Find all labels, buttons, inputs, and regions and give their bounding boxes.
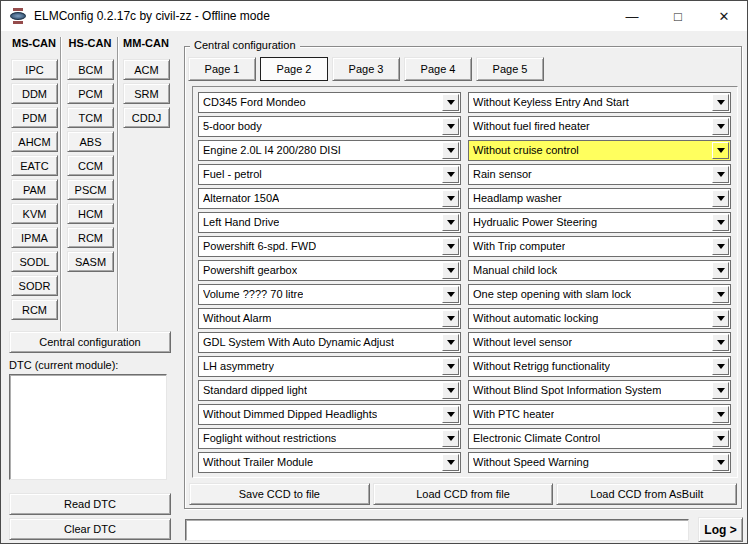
module-button-ahcm[interactable]: AHCM xyxy=(11,131,58,152)
chevron-down-icon[interactable] xyxy=(712,238,729,255)
module-button-srm[interactable]: SRM xyxy=(123,83,170,104)
module-button-cddj[interactable]: CDDJ xyxy=(123,107,170,128)
chevron-down-icon[interactable] xyxy=(442,214,459,231)
chevron-down-icon[interactable] xyxy=(712,406,729,423)
module-button-sodr[interactable]: SODR xyxy=(11,275,58,296)
chevron-down-icon[interactable] xyxy=(712,262,729,279)
module-button-pdm[interactable]: PDM xyxy=(11,107,58,128)
config-dropdown[interactable]: Without Retrigg functionality xyxy=(468,356,731,377)
config-dropdown[interactable]: CD345 Ford Mondeo xyxy=(198,92,461,113)
save-ccd-button[interactable]: Save CCD to file xyxy=(189,483,370,505)
config-dropdown[interactable]: Powershift 6-spd. FWD xyxy=(198,236,461,257)
module-button-tcm[interactable]: TCM xyxy=(67,107,114,128)
tab-page-3[interactable]: Page 3 xyxy=(332,57,400,81)
chevron-down-icon[interactable] xyxy=(712,214,729,231)
chevron-down-icon[interactable] xyxy=(442,286,459,303)
tab-page-2[interactable]: Page 2 xyxy=(260,57,328,81)
module-button-eatc[interactable]: EATC xyxy=(11,155,58,176)
module-button-pam[interactable]: PAM xyxy=(11,179,58,200)
read-dtc-button[interactable]: Read DTC xyxy=(9,493,171,515)
module-button-ccm[interactable]: CCM xyxy=(67,155,114,176)
chevron-down-icon[interactable] xyxy=(442,430,459,447)
config-dropdown[interactable]: Electronic Climate Control xyxy=(468,428,731,449)
chevron-down-icon[interactable] xyxy=(712,286,729,303)
config-dropdown[interactable]: One step opening with slam lock xyxy=(468,284,731,305)
config-dropdown[interactable]: Without automatic locking xyxy=(468,308,731,329)
chevron-down-icon[interactable] xyxy=(442,166,459,183)
module-button-rcm[interactable]: RCM xyxy=(11,299,58,320)
config-dropdown[interactable]: 5-door body xyxy=(198,116,461,137)
chevron-down-icon[interactable] xyxy=(442,94,459,111)
chevron-down-icon[interactable] xyxy=(712,190,729,207)
chevron-down-icon[interactable] xyxy=(712,142,729,159)
module-button-rcm[interactable]: RCM xyxy=(67,227,114,248)
config-dropdown[interactable]: Alternator 150A xyxy=(198,188,461,209)
chevron-down-icon[interactable] xyxy=(712,310,729,327)
tab-page-4[interactable]: Page 4 xyxy=(404,57,472,81)
chevron-down-icon[interactable] xyxy=(442,238,459,255)
config-dropdown[interactable]: Rain sensor xyxy=(468,164,731,185)
config-dropdown[interactable]: Manual child lock xyxy=(468,260,731,281)
config-dropdown[interactable]: GDL System With Auto Dynamic Adjust xyxy=(198,332,461,353)
config-dropdown[interactable]: Without Speed Warning xyxy=(468,452,731,473)
config-dropdown[interactable]: Without cruise control xyxy=(468,140,731,161)
chevron-down-icon[interactable] xyxy=(712,166,729,183)
chevron-down-icon[interactable] xyxy=(712,430,729,447)
module-button-kvm[interactable]: KVM xyxy=(11,203,58,224)
config-dropdown[interactable]: Without Alarm xyxy=(198,308,461,329)
chevron-down-icon[interactable] xyxy=(442,142,459,159)
config-dropdown[interactable]: With PTC heater xyxy=(468,404,731,425)
module-button-pscm[interactable]: PSCM xyxy=(67,179,114,200)
chevron-down-icon[interactable] xyxy=(712,94,729,111)
config-dropdown[interactable]: Hydrualic Power Steering xyxy=(468,212,731,233)
config-dropdown[interactable]: Standard dipped light xyxy=(198,380,461,401)
chevron-down-icon[interactable] xyxy=(442,334,459,351)
config-dropdown[interactable]: Fuel - petrol xyxy=(198,164,461,185)
tab-page-5[interactable]: Page 5 xyxy=(476,57,544,81)
config-dropdown[interactable]: With Trip computer xyxy=(468,236,731,257)
config-dropdown[interactable]: Without Keyless Entry And Start xyxy=(468,92,731,113)
command-input[interactable] xyxy=(185,519,689,541)
load-ccd-asbuilt-button[interactable]: Load CCD from AsBuilt xyxy=(556,483,737,505)
config-dropdown[interactable]: Powershift gearbox xyxy=(198,260,461,281)
config-dropdown[interactable]: Foglight without restrictions xyxy=(198,428,461,449)
config-dropdown[interactable]: Without Dimmed Dipped Headlights xyxy=(198,404,461,425)
config-dropdown[interactable]: Without fuel fired heater xyxy=(468,116,731,137)
chevron-down-icon[interactable] xyxy=(442,262,459,279)
close-icon[interactable]: ✕ xyxy=(701,1,747,31)
module-button-acm[interactable]: ACM xyxy=(123,59,170,80)
chevron-down-icon[interactable] xyxy=(442,454,459,471)
module-button-sasm[interactable]: SASM xyxy=(67,251,114,272)
config-dropdown[interactable]: Left Hand Drive xyxy=(198,212,461,233)
module-button-hcm[interactable]: HCM xyxy=(67,203,114,224)
config-dropdown[interactable]: Without level sensor xyxy=(468,332,731,353)
module-button-sodl[interactable]: SODL xyxy=(11,251,58,272)
chevron-down-icon[interactable] xyxy=(712,382,729,399)
module-button-ipc[interactable]: IPC xyxy=(11,59,58,80)
chevron-down-icon[interactable] xyxy=(712,118,729,135)
config-dropdown[interactable]: Headlamp washer xyxy=(468,188,731,209)
module-button-ddm[interactable]: DDM xyxy=(11,83,58,104)
chevron-down-icon[interactable] xyxy=(442,358,459,375)
module-button-pcm[interactable]: PCM xyxy=(67,83,114,104)
central-configuration-button[interactable]: Central configuration xyxy=(9,331,171,353)
maximize-icon[interactable]: □ xyxy=(655,1,701,31)
dtc-list[interactable] xyxy=(9,374,167,480)
chevron-down-icon[interactable] xyxy=(442,406,459,423)
clear-dtc-button[interactable]: Clear DTC xyxy=(9,518,171,540)
chevron-down-icon[interactable] xyxy=(712,334,729,351)
log-button[interactable]: Log > xyxy=(698,517,743,542)
chevron-down-icon[interactable] xyxy=(442,118,459,135)
config-dropdown[interactable]: LH asymmetry xyxy=(198,356,461,377)
minimize-icon[interactable]: — xyxy=(609,1,655,31)
config-dropdown[interactable]: Without Trailer Module xyxy=(198,452,461,473)
chevron-down-icon[interactable] xyxy=(442,190,459,207)
chevron-down-icon[interactable] xyxy=(442,382,459,399)
chevron-down-icon[interactable] xyxy=(712,454,729,471)
tab-page-1[interactable]: Page 1 xyxy=(188,57,256,81)
config-dropdown[interactable]: Volume ???? 70 litre xyxy=(198,284,461,305)
config-dropdown[interactable]: Engine 2.0L I4 200/280 DISI xyxy=(198,140,461,161)
module-button-bcm[interactable]: BCM xyxy=(67,59,114,80)
config-dropdown[interactable]: Without Blind Spot Information System xyxy=(468,380,731,401)
module-button-ipma[interactable]: IPMA xyxy=(11,227,58,248)
